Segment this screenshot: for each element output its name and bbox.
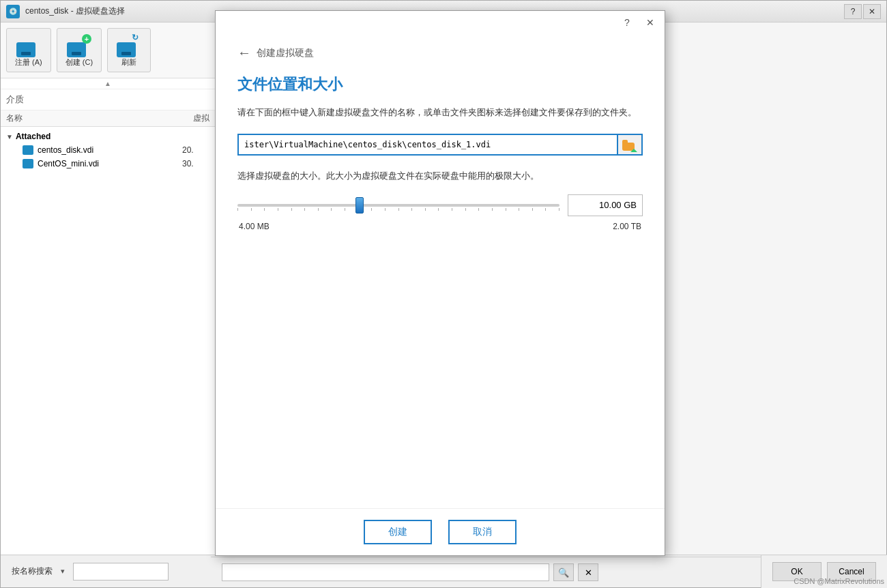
modal-main-title-label: 创建虚拟硬盘 (257, 47, 314, 59)
tick (371, 208, 372, 211)
tree-group-header[interactable]: ▼ Attached (1, 130, 215, 143)
tree-area: ▼ Attached centos_disk.vdi 20. CentOS_mi… (1, 127, 215, 587)
modal-titlebar: ? ✕ (216, 11, 665, 34)
bg-titlebar-controls: ? ✕ (844, 4, 881, 19)
tick (532, 208, 533, 211)
create-button[interactable]: + 创建 (C) (57, 28, 102, 72)
tree-columns: 名称 虚拟 (1, 111, 215, 127)
tick (519, 208, 519, 211)
slider-thumb[interactable] (355, 197, 364, 214)
disk-icon-small (23, 159, 33, 168)
clear-icon: ✕ (585, 568, 592, 578)
tree-item-size: 30. (182, 159, 209, 168)
file-path-input[interactable] (237, 134, 618, 156)
watermark: CSDN @MatrixRevolutions (794, 577, 884, 585)
bg-left-panel: 注册 (A) + 创建 (C) (1, 23, 216, 587)
tree-item-name: centos_disk.vdi (38, 145, 182, 155)
tick (411, 208, 412, 211)
tick (264, 208, 265, 211)
modal-content: ← 创建虚拟硬盘 文件位置和大小 请在下面的框中键入新建虚拟硬盘文件的名称，或单… (216, 34, 665, 508)
modal-cancel-button[interactable]: 取消 (448, 520, 517, 544)
disk-icon-small (23, 145, 33, 155)
size-value[interactable]: 10.00 GB (599, 200, 637, 210)
tick (506, 208, 506, 211)
tick (331, 208, 332, 211)
tick (251, 208, 252, 211)
create-icon: + (67, 33, 91, 57)
tree-item[interactable]: centos_disk.vdi 20. (1, 143, 215, 157)
tick (478, 208, 479, 211)
col-header-name: 名称 (6, 113, 182, 124)
media-section-label: 介质 (1, 89, 215, 111)
search-go-button[interactable]: 🔍 (553, 563, 574, 581)
tick (278, 208, 278, 211)
app-icon: 💿 (6, 5, 20, 18)
tick (465, 208, 466, 211)
tick (398, 208, 399, 211)
modal-header-row: ← 创建虚拟硬盘 (237, 45, 643, 61)
tick (291, 208, 292, 211)
modal-footer: 创建 取消 (216, 508, 665, 555)
modal-create-button[interactable]: 创建 (364, 520, 432, 544)
slider-row: 10.00 GB (237, 194, 643, 216)
refresh-icon: ↻ (117, 33, 141, 57)
tree-group-label: Attached (16, 132, 209, 141)
tick (492, 208, 493, 211)
search-input[interactable] (73, 563, 169, 580)
register-icon (16, 33, 41, 57)
tick (385, 208, 386, 211)
search-dropdown-arrow[interactable]: ▾ (61, 567, 65, 576)
tick (318, 208, 319, 211)
slider-max-label: 2.00 TB (613, 222, 641, 231)
bg-toolbar: 注册 (A) + 创建 (C) (1, 23, 215, 78)
register-label: 注册 (A) (15, 57, 42, 68)
tree-item-name: CentOS_mini.vdi (38, 159, 182, 168)
tree-group-arrow: ▼ (6, 133, 13, 141)
tree-item[interactable]: CentOS_mini.vdi 30. (1, 157, 215, 171)
search-label: 按名称搜索 (12, 565, 53, 577)
tick (237, 208, 238, 211)
bg-search-right: 🔍 ✕ (222, 563, 598, 581)
size-description: 选择虚拟硬盘的大小。此大小为虚拟硬盘文件在实际硬盘中能用的极限大小。 (237, 169, 643, 183)
slider-range-row: 4.00 MB 2.00 TB (237, 222, 643, 231)
search-text-input[interactable] (222, 563, 549, 581)
modal-description: 请在下面的框中键入新建虚拟硬盘文件的名称，或单击文件夹图标来选择创建文件要保存到… (237, 106, 643, 120)
tick (304, 208, 305, 211)
section-title: 文件位置和大小 (237, 74, 643, 95)
bg-close-button[interactable]: ✕ (863, 4, 881, 19)
size-input-box: 10.00 GB (568, 194, 643, 216)
tick (559, 208, 559, 211)
file-path-row (237, 134, 643, 156)
tick (545, 208, 546, 211)
modal-dialog: ? ✕ ← 创建虚拟硬盘 文件位置和大小 请在下面的框中键入新建虚拟硬盘文件的名… (215, 10, 665, 556)
folder-icon (622, 137, 637, 152)
col-header-size: 虚拟 (182, 113, 209, 124)
tick (425, 208, 426, 211)
search-clear-button[interactable]: ✕ (578, 563, 598, 581)
slider-track (237, 204, 559, 207)
collapse-arrow[interactable]: ▲ (1, 78, 215, 89)
section-title-text: 文件位置和大小 (237, 76, 343, 93)
register-button[interactable]: 注册 (A) (6, 28, 51, 72)
bg-help-button[interactable]: ? (844, 4, 862, 19)
refresh-button[interactable]: ↻ 刷新 (107, 28, 151, 72)
tick (438, 208, 439, 211)
refresh-label: 刷新 (121, 57, 136, 68)
slider-ticks (237, 208, 559, 211)
modal-help-button[interactable]: ? (618, 15, 636, 30)
modal-close-button[interactable]: ✕ (641, 15, 659, 30)
create-label: 创建 (C) (66, 57, 93, 68)
file-browse-button[interactable] (618, 134, 643, 156)
back-arrow-button[interactable]: ← (237, 45, 251, 61)
tick (452, 208, 452, 211)
tick (345, 208, 345, 211)
slider-container[interactable] (237, 195, 559, 216)
tree-item-size: 20. (182, 145, 209, 155)
search-icon: 🔍 (558, 568, 569, 578)
slider-min-label: 4.00 MB (239, 222, 270, 231)
